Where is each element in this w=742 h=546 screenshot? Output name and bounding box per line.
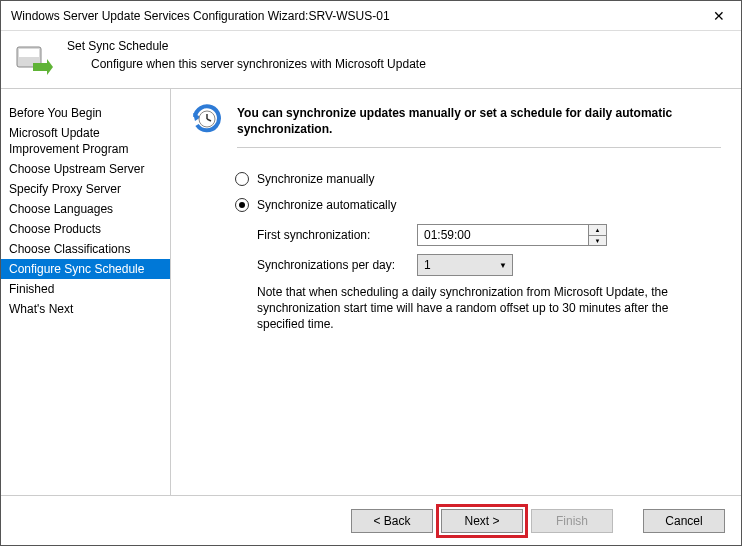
sync-options: Synchronize manually Synchronize automat… [235,172,721,332]
next-button[interactable]: Next > [441,509,523,533]
first-sync-input[interactable]: 01:59:00 ▲ ▼ [417,224,607,246]
header-text: Set Sync Schedule Configure when this se… [67,37,426,71]
spinner-down[interactable]: ▼ [589,235,606,245]
radio-auto-label: Synchronize automatically [257,198,396,212]
chevron-up-icon: ▲ [595,227,601,233]
sidebar-item-whats-next[interactable]: What's Next [1,299,170,319]
time-spinner: ▲ ▼ [588,225,606,245]
svg-rect-1 [19,49,39,57]
server-sync-icon [13,39,53,79]
radio-manual[interactable]: Synchronize manually [235,172,721,186]
sidebar-item-products[interactable]: Choose Products [1,219,170,239]
first-sync-value: 01:59:00 [418,228,588,242]
radio-manual-label: Synchronize manually [257,172,374,186]
sidebar-item-languages[interactable]: Choose Languages [1,199,170,219]
wizard-window: Windows Server Update Services Configura… [0,0,742,546]
wizard-footer: < Back Next > Finish Cancel [1,495,741,545]
sidebar-item-upstream-server[interactable]: Choose Upstream Server [1,159,170,179]
intro-row: You can synchronize updates manually or … [191,103,721,148]
sync-clock-icon [191,103,223,135]
cancel-button[interactable]: Cancel [643,509,725,533]
radio-auto[interactable]: Synchronize automatically [235,198,721,212]
page-title: Set Sync Schedule [67,39,426,53]
window-title: Windows Server Update Services Configura… [11,9,699,23]
close-icon: ✕ [713,8,725,24]
radio-auto-indicator [235,198,249,212]
per-day-dropdown[interactable]: 1 ▼ [417,254,513,276]
intro-text: You can synchronize updates manually or … [237,103,721,148]
sidebar: Before You Begin Microsoft Update Improv… [1,89,171,495]
per-day-label: Synchronizations per day: [257,258,417,272]
sidebar-item-proxy-server[interactable]: Specify Proxy Server [1,179,170,199]
chevron-down-icon: ▼ [595,238,601,244]
sidebar-item-sync-schedule[interactable]: Configure Sync Schedule [1,259,170,279]
sidebar-item-finished[interactable]: Finished [1,279,170,299]
per-day-value: 1 [418,258,494,272]
schedule-note: Note that when scheduling a daily synchr… [257,284,721,332]
wizard-body: Before You Begin Microsoft Update Improv… [1,89,741,495]
dropdown-arrow-icon: ▼ [494,261,512,270]
sidebar-item-before-you-begin[interactable]: Before You Begin [1,103,170,123]
finish-button: Finish [531,509,613,533]
sidebar-item-classifications[interactable]: Choose Classifications [1,239,170,259]
wizard-header: Set Sync Schedule Configure when this se… [1,31,741,89]
main-panel: You can synchronize updates manually or … [171,89,741,495]
first-sync-row: First synchronization: 01:59:00 ▲ ▼ [257,224,721,246]
back-button[interactable]: < Back [351,509,433,533]
auto-fields: First synchronization: 01:59:00 ▲ ▼ Sync… [257,224,721,332]
spinner-up[interactable]: ▲ [589,225,606,235]
radio-manual-indicator [235,172,249,186]
per-day-row: Synchronizations per day: 1 ▼ [257,254,721,276]
sidebar-item-improvement-program[interactable]: Microsoft Update Improvement Program [1,123,170,159]
titlebar: Windows Server Update Services Configura… [1,1,741,31]
page-subtitle: Configure when this server synchronizes … [67,57,426,71]
close-button[interactable]: ✕ [699,2,739,30]
first-sync-label: First synchronization: [257,228,417,242]
